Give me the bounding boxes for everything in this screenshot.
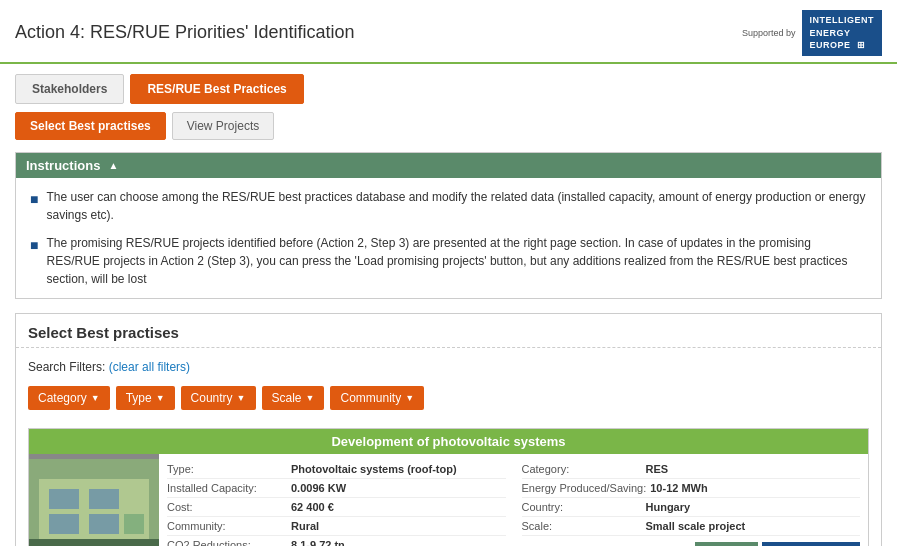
card-body: Éido in Fotovoltaico/Solar Energy design… bbox=[29, 454, 868, 546]
svg-rect-3 bbox=[89, 489, 119, 509]
filter-category-button[interactable]: Category ▼ bbox=[28, 386, 110, 410]
card-col-left: Type: Photovoltaic systems (roof-top) In… bbox=[159, 454, 514, 546]
card-footer-buttons-row: Select View Details bbox=[522, 536, 861, 546]
instruction-item-1: ■ The user can choose among the RES/RUE … bbox=[30, 188, 867, 224]
svg-rect-5 bbox=[89, 514, 119, 534]
card-field-type: Type: Photovoltaic systems (roof-top) bbox=[167, 460, 506, 479]
instruction-text-1: The user can choose among the RES/RUE be… bbox=[46, 188, 867, 224]
card-label-cost: Cost: bbox=[167, 501, 287, 513]
card-details: Type: Photovoltaic systems (roof-top) In… bbox=[159, 454, 868, 546]
card-value-co2: 8.1-9.72 tn bbox=[291, 539, 345, 546]
filter-scale-button[interactable]: Scale ▼ bbox=[262, 386, 325, 410]
card-image-svg bbox=[29, 459, 159, 546]
card-value-country: Hungary bbox=[646, 501, 691, 513]
filter-community-caret-icon: ▼ bbox=[405, 393, 414, 403]
instruction-text-2: The promising RES/RUE projects identifie… bbox=[46, 234, 867, 288]
page-title: Action 4: RES/RUE Priorities' Identifica… bbox=[15, 22, 355, 43]
card-field-energy: Energy Produced/Saving: 10-12 MWh bbox=[522, 479, 861, 498]
instructions-body: ■ The user can choose among the RES/RUE … bbox=[16, 178, 881, 298]
card-title: Development of photovoltaic systems bbox=[29, 429, 868, 454]
svg-rect-2 bbox=[49, 489, 79, 509]
logo-supported-text: Supported by bbox=[742, 28, 796, 38]
filter-type-button[interactable]: Type ▼ bbox=[116, 386, 175, 410]
instructions-toggle-icon: ▲ bbox=[108, 160, 118, 171]
filter-scale-caret-icon: ▼ bbox=[306, 393, 315, 403]
card-label-type: Type: bbox=[167, 463, 287, 475]
search-filters-label: Search Filters: bbox=[28, 360, 105, 374]
card-field-installed-capacity: Installed Capacity: 0.0096 KW bbox=[167, 479, 506, 498]
page-header: Action 4: RES/RUE Priorities' Identifica… bbox=[0, 0, 897, 64]
card-field-category: Category: RES bbox=[522, 460, 861, 479]
card-label-scale: Scale: bbox=[522, 520, 642, 532]
card-field-co2: CO2 Reductions: 8.1-9.72 tn bbox=[167, 536, 506, 546]
card-field-scale: Scale: Small scale project bbox=[522, 517, 861, 536]
instructions-title: Instructions bbox=[26, 158, 100, 173]
card-value-cost: 62 400 € bbox=[291, 501, 334, 513]
bullet-icon-2: ■ bbox=[30, 235, 38, 288]
card-field-cost: Cost: 62 400 € bbox=[167, 498, 506, 517]
card-label-community: Community: bbox=[167, 520, 287, 532]
card-value-installed-capacity: 0.0096 KW bbox=[291, 482, 346, 494]
filter-community-button[interactable]: Community ▼ bbox=[330, 386, 424, 410]
instruction-item-2: ■ The promising RES/RUE projects identif… bbox=[30, 234, 867, 288]
card-image-placeholder: Éido in Fotovoltaico/Solar Energy design bbox=[29, 459, 159, 546]
filter-community-label: Community bbox=[340, 391, 401, 405]
card-value-scale: Small scale project bbox=[646, 520, 746, 532]
card-image: Éido in Fotovoltaico/Solar Energy design bbox=[29, 454, 159, 546]
subtab-select-best[interactable]: Select Best practises bbox=[15, 112, 166, 140]
filter-type-caret-icon: ▼ bbox=[156, 393, 165, 403]
card-label-country: Country: bbox=[522, 501, 642, 513]
svg-rect-4 bbox=[49, 514, 79, 534]
intelligent-energy-logo: INTELLIGENTENERGYEUROPE ⊞ bbox=[802, 10, 883, 56]
logo-area: Supported by INTELLIGENTENERGYEUROPE ⊞ bbox=[742, 10, 882, 56]
card-field-country: Country: Hungary bbox=[522, 498, 861, 517]
sub-tabs: Select Best practises View Projects bbox=[0, 104, 897, 140]
filter-buttons-bar: Category ▼ Type ▼ Country ▼ Scale ▼ Comm… bbox=[16, 382, 881, 420]
card-field-community: Community: Rural bbox=[167, 517, 506, 536]
search-filters-bar: Search Filters: (clear all filters) bbox=[16, 356, 881, 382]
select-best-section: Select Best practises Search Filters: (c… bbox=[15, 313, 882, 546]
instructions-section: Instructions ▲ ■ The user can choose amo… bbox=[15, 152, 882, 299]
bullet-icon-1: ■ bbox=[30, 189, 38, 224]
card-label-energy: Energy Produced/Saving: bbox=[522, 482, 647, 494]
card-value-category: RES bbox=[646, 463, 669, 475]
svg-rect-7 bbox=[29, 539, 159, 546]
card-label-category: Category: bbox=[522, 463, 642, 475]
clear-all-filters-link[interactable]: (clear all filters) bbox=[109, 360, 190, 374]
card-value-energy: 10-12 MWh bbox=[650, 482, 707, 494]
card-value-community: Rural bbox=[291, 520, 319, 532]
filter-country-label: Country bbox=[191, 391, 233, 405]
svg-rect-6 bbox=[124, 514, 144, 534]
filter-category-caret-icon: ▼ bbox=[91, 393, 100, 403]
tab-res-rue[interactable]: RES/RUE Best Practices bbox=[130, 74, 303, 104]
main-tabs: Stakeholders RES/RUE Best Practices bbox=[0, 64, 897, 104]
filter-type-label: Type bbox=[126, 391, 152, 405]
instructions-header[interactable]: Instructions ▲ bbox=[16, 153, 881, 178]
result-card: Development of photovoltaic systems bbox=[28, 428, 869, 546]
card-col-right: Category: RES Energy Produced/Saving: 10… bbox=[514, 454, 869, 546]
tab-stakeholders[interactable]: Stakeholders bbox=[15, 74, 124, 104]
filter-country-caret-icon: ▼ bbox=[237, 393, 246, 403]
select-section-title: Select Best practises bbox=[16, 314, 881, 348]
view-details-button[interactable]: View Details bbox=[762, 542, 860, 546]
select-button[interactable]: Select bbox=[695, 542, 758, 546]
filter-country-button[interactable]: Country ▼ bbox=[181, 386, 256, 410]
card-label-co2: CO2 Reductions: bbox=[167, 539, 287, 546]
filter-scale-label: Scale bbox=[272, 391, 302, 405]
card-label-installed-capacity: Installed Capacity: bbox=[167, 482, 287, 494]
filter-category-label: Category bbox=[38, 391, 87, 405]
subtab-view-projects[interactable]: View Projects bbox=[172, 112, 274, 140]
card-value-type: Photovoltaic systems (roof-top) bbox=[291, 463, 457, 475]
